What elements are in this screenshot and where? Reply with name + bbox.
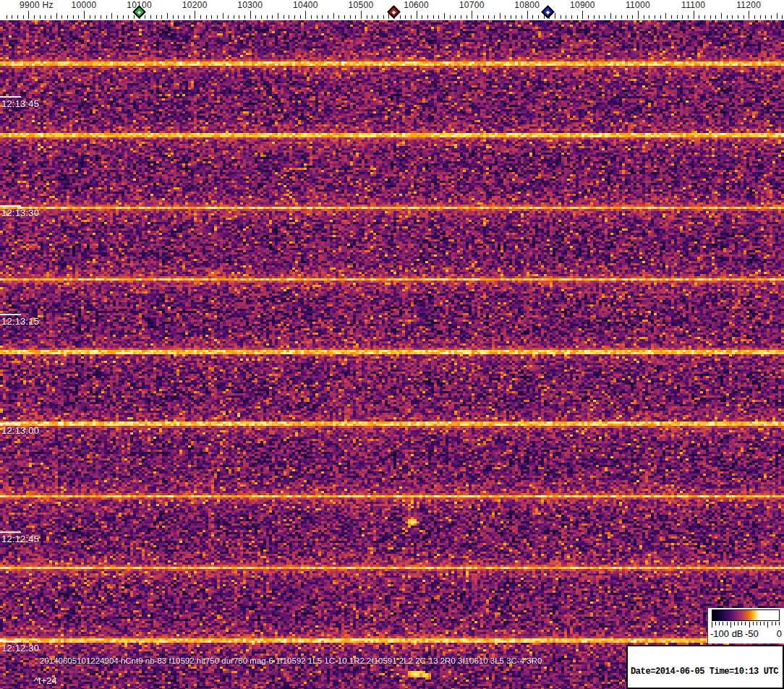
ruler-tick — [732, 15, 733, 19]
frequency-ruler[interactable]: 9900 Hz100001010010200103001040010500106… — [0, 0, 784, 20]
time-tick — [0, 641, 21, 642]
ruler-tick — [372, 15, 372, 19]
frequency-label: 9900 Hz — [20, 0, 54, 10]
ruler-tick — [438, 15, 439, 19]
ruler-tick — [167, 13, 168, 19]
ruler-tick — [244, 15, 245, 19]
hit-annotation-text: 20140605101224904 hCnt9 nb-83 f10592 hit… — [40, 656, 542, 665]
ruler-tick — [532, 15, 533, 19]
ruler-tick — [305, 11, 306, 19]
ruler-tick — [189, 15, 190, 19]
colorbar-label-mid: -50 — [745, 628, 759, 639]
ruler-tick — [111, 13, 112, 19]
ruler-tick — [61, 15, 62, 19]
marker-green-core — [137, 10, 141, 14]
ruler-tick — [223, 13, 223, 19]
ruler-tick — [505, 15, 506, 19]
ruler-tick — [12, 15, 12, 19]
ruler-tick — [206, 15, 207, 19]
ruler-tick — [328, 15, 328, 19]
ruler-tick — [777, 13, 777, 19]
ruler-tick — [433, 15, 434, 19]
frequency-label: 10800 — [514, 0, 540, 10]
ruler-tick — [665, 13, 666, 19]
frequency-label: 10500 — [349, 0, 374, 10]
time-label: 12:13:15 — [1, 316, 39, 327]
time-label: 12:13:30 — [1, 207, 39, 218]
colorbar-gradient — [712, 609, 780, 621]
ruler-tick — [749, 11, 749, 19]
ruler-tick — [671, 15, 672, 19]
ruler-tick — [655, 15, 655, 19]
ruler-tick — [632, 15, 633, 19]
colorbar-labels: -100 dB -50 0 — [708, 628, 784, 641]
ruler-tick — [7, 15, 7, 19]
ruler-tick — [500, 13, 500, 19]
ruler-tick — [765, 15, 766, 19]
spectrogram-waterfall[interactable] — [0, 20, 784, 689]
frequency-label: 10200 — [182, 0, 208, 10]
ruler-tick — [743, 15, 744, 19]
ruler-tick — [344, 15, 345, 19]
ruler-tick — [682, 15, 683, 19]
time-label: 12:12:30 — [1, 643, 39, 654]
ruler-tick — [644, 15, 644, 19]
ruler-tick — [610, 13, 611, 19]
ruler-tick — [577, 15, 578, 19]
ruler-tick — [599, 15, 600, 19]
ruler-tick — [211, 15, 212, 19]
ruler-tick — [688, 15, 689, 19]
frequency-label: 10000 — [72, 0, 97, 10]
ruler-tick — [145, 15, 145, 19]
ruler-tick — [161, 15, 162, 19]
time-tick — [0, 96, 21, 98]
ruler-tick — [555, 13, 555, 19]
time-tick — [0, 531, 21, 533]
ruler-tick — [710, 15, 711, 19]
ruler-tick — [239, 15, 239, 19]
ruler-tick — [494, 15, 495, 19]
ruler-tick — [527, 11, 528, 19]
ruler-tick — [178, 15, 179, 19]
ruler-tick — [255, 15, 256, 19]
ruler-tick — [367, 15, 367, 19]
ruler-tick — [84, 11, 85, 19]
time-label: 12:13:00 — [1, 425, 39, 436]
time-label: 12:12:45 — [1, 534, 39, 544]
colorbar-label-max: 0 — [777, 628, 782, 639]
ruler-tick — [405, 15, 406, 19]
ruler-tick — [317, 15, 318, 19]
ruler-tick — [771, 15, 772, 19]
ruler-tick — [582, 11, 583, 19]
ruler-tick — [195, 11, 195, 19]
ruler-tick — [284, 15, 284, 19]
ruler-tick — [477, 15, 478, 19]
ruler-tick — [278, 13, 278, 19]
frequency-label: 10900 — [570, 0, 595, 10]
frequency-label: 10400 — [293, 0, 318, 10]
ruler-tick — [40, 15, 41, 19]
frequency-label: 10600 — [404, 0, 429, 10]
ruler-tick — [333, 13, 334, 19]
ruler-tick — [427, 15, 428, 19]
ruler-tick — [134, 15, 135, 19]
ruler-tick — [694, 11, 694, 19]
ruler-tick — [488, 15, 489, 19]
ruler-tick — [51, 15, 51, 19]
ruler-tick — [715, 15, 716, 19]
frequency-label: 10700 — [459, 0, 485, 10]
ruler-tick — [95, 15, 95, 19]
ruler-tick — [621, 15, 622, 19]
ruler-tick — [45, 15, 46, 19]
ruler-tick — [566, 15, 566, 19]
ruler-tick — [156, 15, 157, 19]
frequency-label: 11000 — [626, 0, 650, 10]
ruler-tick — [272, 15, 273, 19]
ruler-tick — [150, 15, 151, 19]
frequency-label: 11200 — [736, 0, 761, 10]
ruler-tick — [361, 11, 362, 19]
time-tick — [0, 314, 21, 315]
marker-blue-core — [546, 10, 550, 14]
ruler-tick — [28, 11, 29, 19]
ruler-tick — [267, 15, 268, 19]
